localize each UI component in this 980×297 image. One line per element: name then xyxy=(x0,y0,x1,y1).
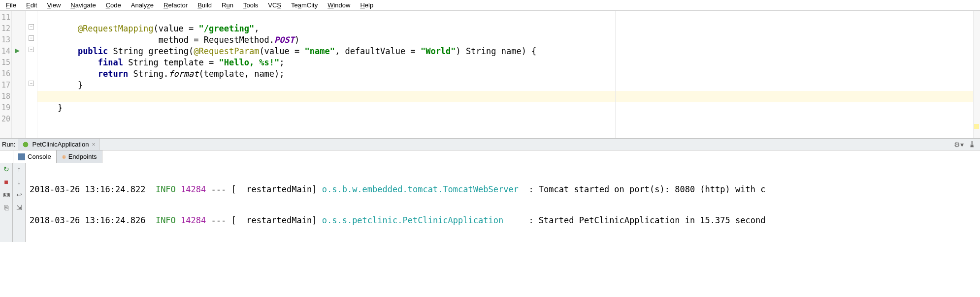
fold-region-icon[interactable]: − xyxy=(29,35,34,41)
code-editor[interactable]: 11121314151617181920 ▶ − − − − @RequestM… xyxy=(0,11,980,139)
menu-window[interactable]: Window xyxy=(324,1,354,9)
fold-region-icon[interactable]: − xyxy=(29,81,34,86)
endpoints-icon: ⎈ xyxy=(62,153,66,160)
run-panel-subtabs-row: Console ⎈ Endpoints xyxy=(0,150,980,163)
menu-navigate[interactable]: Navigate xyxy=(66,1,99,9)
gear-icon[interactable]: ⚙︎▾ xyxy=(954,141,964,148)
menu-teamcity[interactable]: TeamCity xyxy=(287,1,322,9)
menu-code[interactable]: Code xyxy=(102,1,125,9)
download-icon[interactable]: ⤓ xyxy=(969,140,975,149)
code-content[interactable]: @RequestMapping(value = "/greeting", met… xyxy=(37,11,973,138)
menu-build[interactable]: Build xyxy=(194,1,216,9)
console-output[interactable]: 2018-03-26 13:16:24.822 INFO 14284 --- [… xyxy=(26,163,980,242)
run-config-name: PetClinicApplication xyxy=(32,141,89,148)
run-toolbar-left: ↻ ■ 📷︎ ⎘ xyxy=(0,163,13,242)
dump-threads-icon[interactable]: 📷︎ xyxy=(2,191,10,199)
spring-icon xyxy=(22,141,29,148)
gutter-icon-strip: ▶ xyxy=(12,11,26,138)
run-panel-header: Run: PetClinicApplication × ⚙︎▾ ⤓ xyxy=(0,139,980,150)
fold-strip: − − − − xyxy=(26,11,37,138)
console-icon xyxy=(18,153,25,160)
run-config-tab[interactable]: PetClinicApplication × xyxy=(18,139,99,150)
tab-console[interactable]: Console xyxy=(13,150,57,163)
menu-analyze[interactable]: Analyze xyxy=(127,1,158,9)
scroll-marker xyxy=(974,124,979,129)
menu-tools[interactable]: Tools xyxy=(239,1,262,9)
stop-icon[interactable]: ■ xyxy=(2,178,10,186)
run-line-icon[interactable]: ▶ xyxy=(15,47,20,54)
run-panel-body: ↻ ■ 📷︎ ⎘ ↑ ↓ ↩ ⇲ 2018-03-26 13:16:24.822… xyxy=(0,163,980,242)
menu-file[interactable]: File xyxy=(2,1,20,9)
down-arrow-icon[interactable]: ↓ xyxy=(15,178,23,186)
menu-view[interactable]: View xyxy=(43,1,65,9)
menu-bar: File Edit View Navigate Code Analyze Ref… xyxy=(0,0,980,11)
menu-help[interactable]: Help xyxy=(356,1,377,9)
log-line: 2018-03-26 13:16:24.826 INFO 14284 --- [… xyxy=(30,215,980,226)
log-line: 2018-03-26 13:16:24.822 INFO 14284 --- [… xyxy=(30,184,980,195)
menu-refactor[interactable]: Refactor xyxy=(160,1,192,9)
rerun-icon[interactable]: ↻ xyxy=(2,165,10,173)
run-label: Run: xyxy=(0,141,18,148)
up-arrow-icon[interactable]: ↑ xyxy=(15,165,23,173)
fold-region-icon[interactable]: − xyxy=(29,24,34,30)
menu-edit[interactable]: Edit xyxy=(22,1,41,9)
tab-endpoints[interactable]: ⎈ Endpoints xyxy=(57,150,102,163)
right-margin-line xyxy=(615,11,616,138)
run-toolbar-nav: ↑ ↓ ↩ ⇲ xyxy=(13,163,26,242)
menu-vcs[interactable]: VCS xyxy=(264,1,285,9)
exit-icon[interactable]: ⎘ xyxy=(2,204,10,211)
menu-run[interactable]: Run xyxy=(218,1,237,9)
line-number-gutter: 11121314151617181920 xyxy=(0,11,12,138)
fold-region-icon[interactable]: − xyxy=(29,47,34,52)
close-icon[interactable]: × xyxy=(92,141,95,148)
soft-wrap-icon[interactable]: ↩ xyxy=(15,191,23,199)
editor-scroll-strip[interactable] xyxy=(973,11,980,138)
scroll-to-end-icon[interactable]: ⇲ xyxy=(15,204,23,211)
